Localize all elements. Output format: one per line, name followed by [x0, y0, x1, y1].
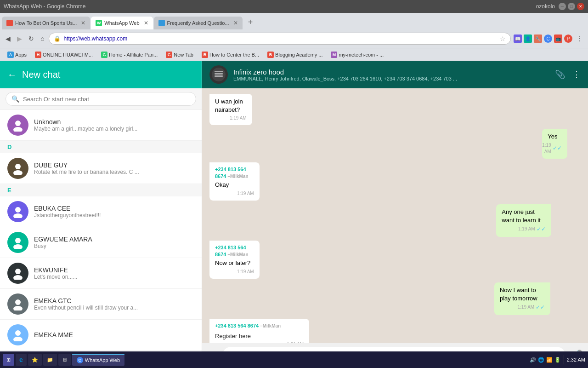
- avatar: [7, 115, 28, 136]
- chat-subtitle: EMMUNALE, Henry Johnfred, Olawale_Boss, …: [233, 76, 463, 81]
- bookmark-label: ONLINE HUAWEI M...: [43, 52, 93, 58]
- message-m1: U wan join nairabet? 1:19 AM: [209, 94, 275, 125]
- taskbar-time: 2:32 AM: [567, 357, 585, 362]
- svg-point-7: [13, 244, 23, 249]
- bookmark-mymetech[interactable]: M my-metech-com - ...: [327, 51, 387, 59]
- search-inner: 🔍: [6, 92, 196, 106]
- tab-title: How To Bet On Sports Us...: [15, 20, 77, 26]
- maximize-button[interactable]: □: [568, 3, 575, 10]
- svg-rect-15: [215, 73, 223, 75]
- msg-time: 1:19 AM ✓✓: [502, 225, 545, 233]
- tab-close-icon[interactable]: ✕: [81, 20, 85, 26]
- chat-area: Infinix zero hood EMMUNALE, Henry Johnfr…: [202, 61, 588, 368]
- contact-item[interactable]: Unknown Maybe am a girl...maybe am a lon…: [0, 110, 202, 141]
- msg-bubble: Any one just want to learn it 1:19 AM ✓✓: [496, 204, 551, 237]
- taskbar-monitor[interactable]: 🖥: [58, 354, 71, 366]
- contact-info: DUBE GUY Rotate let me fire to ur banana…: [34, 161, 194, 175]
- avatar: [7, 158, 28, 179]
- tab-close-icon[interactable]: ✕: [233, 20, 238, 26]
- title-bar-left: WhatsApp Web - Google Chrome: [4, 3, 86, 10]
- contact-dube[interactable]: DUBE GUY Rotate let me fire to ur banana…: [0, 153, 202, 184]
- profile-icon[interactable]: 👤: [524, 34, 532, 43]
- msg-line1: Register here: [215, 332, 304, 340]
- avatar: [7, 293, 28, 315]
- bookmark-newtab[interactable]: G New Tab: [162, 51, 197, 59]
- url-text: https://web.whatsapp.com: [63, 35, 127, 42]
- contact-emeka-gtc[interactable]: EMEKA GTC Even without pencil i will sti…: [0, 289, 202, 320]
- taskbar-star[interactable]: ⭐: [28, 354, 42, 366]
- forward-button[interactable]: ▶: [15, 34, 24, 43]
- bookmark-favicon: M: [331, 52, 337, 58]
- contact-info: EMEKA MME: [34, 331, 194, 339]
- msg-sender: +234 813 564 8674 –MilkMan: [215, 166, 254, 180]
- contact-ekwunife[interactable]: EKWUNIFE Let's move on......: [0, 258, 202, 289]
- url-bar[interactable]: 🔒 https://web.whatsapp.com ☆: [49, 33, 511, 45]
- new-tab-button[interactable]: +: [243, 17, 258, 28]
- cast-icon[interactable]: 📺: [554, 34, 562, 43]
- tab-title: Frequently Asked Questio...: [167, 20, 229, 26]
- taskbar-chrome[interactable]: C WhatsApp Web: [72, 354, 124, 366]
- menu-icon[interactable]: ⋮: [574, 34, 584, 43]
- bookmark-huawei[interactable]: H ONLINE HUAWEI M...: [31, 51, 96, 59]
- contact-name: EKWUNIFE: [34, 266, 194, 274]
- svg-point-5: [13, 213, 23, 218]
- chrome-icon[interactable]: C: [544, 34, 552, 43]
- search-bar: 🔍: [0, 88, 202, 110]
- user-label: ozokolo: [536, 3, 555, 10]
- address-bar: ◀ ▶ ↻ ⌂ 🔒 https://web.whatsapp.com ☆ 📖 👤…: [0, 29, 588, 48]
- bookmark-affiliate[interactable]: G Home - Affiliate Pan...: [97, 51, 161, 59]
- tab-whatsapp[interactable]: W WhatsApp Web ✕: [91, 17, 153, 29]
- contact-status: Even without pencil i will still draw yo…: [34, 305, 194, 311]
- main-content: ← New chat 🔍 Unknown: [0, 61, 588, 368]
- msg-bubble: U wan join nairabet? 1:19 AM: [209, 94, 252, 125]
- bookmark-label: Home - Affiliate Pan...: [109, 52, 158, 58]
- bookmark-label: New Tab: [174, 52, 193, 58]
- pinterest-icon[interactable]: P: [564, 34, 572, 43]
- minimize-button[interactable]: ─: [559, 3, 566, 10]
- msg-bubble: +234 813 564 8674 –MilkMan Okay 1:19 AM: [209, 162, 260, 201]
- bookmarks-bar: A Apps H ONLINE HUAWEI M... G Home - Aff…: [0, 48, 588, 61]
- contact-egwueme[interactable]: EGWUEME AMARA Busy: [0, 227, 202, 258]
- home-button[interactable]: ⌂: [39, 34, 46, 43]
- contact-emeka-mme[interactable]: EMEKA MME: [0, 320, 202, 351]
- bookmark-favicon: A: [7, 52, 14, 58]
- star-button[interactable]: ☆: [500, 35, 506, 42]
- search-input[interactable]: [23, 96, 190, 103]
- taskbar-system: 🔊🌐📶🔋 2:32 AM: [530, 355, 585, 364]
- chat-name: Infinix zero hood: [233, 68, 549, 76]
- msg-time: 1:19 AM: [215, 190, 254, 197]
- bookmark-icon[interactable]: 📖: [514, 34, 522, 43]
- avatar: [7, 232, 28, 253]
- bookmark-favicon: B: [267, 52, 274, 58]
- extension-icon[interactable]: 🔧: [534, 34, 542, 43]
- bookmark-apps[interactable]: A Apps: [4, 51, 30, 59]
- tab-how-to-bet[interactable]: How To Bet On Sports Us... ✕: [2, 17, 90, 29]
- close-button[interactable]: ✕: [577, 3, 584, 10]
- attach-icon[interactable]: 📎: [555, 69, 565, 80]
- taskbar-folder[interactable]: 📁: [43, 354, 57, 366]
- section-letter-d: D: [0, 141, 202, 153]
- msg-bubble: +234 813 564 8674 –MilkMan Now or later?…: [209, 241, 260, 279]
- chat-header: Infinix zero hood EMMUNALE, Henry Johnfr…: [202, 61, 588, 88]
- contact-info: EKWUNIFE Let's move on......: [34, 266, 194, 280]
- contact-status: Busy: [34, 243, 194, 249]
- message-m5: +234 813 564 8674 –MilkMan Now or later?…: [209, 241, 286, 279]
- tab-close-icon[interactable]: ✕: [144, 20, 148, 26]
- back-button[interactable]: ◀: [4, 34, 12, 43]
- contact-name: EBUKA CEE: [34, 205, 194, 212]
- bookmark-blogging[interactable]: B Blogging Academy ...: [264, 51, 326, 59]
- reload-button[interactable]: ↻: [27, 34, 36, 43]
- contact-ebuka[interactable]: EBUKA CEE Jstanotherguyonthestreet!!!: [0, 196, 202, 227]
- msg-text: Now I want to play tomorrow: [500, 286, 545, 303]
- msg-text: Okay: [215, 181, 254, 189]
- taskbar-ie[interactable]: e: [16, 354, 27, 366]
- sidebar-header: ← New chat: [0, 61, 202, 88]
- start-button[interactable]: ⊞: [3, 354, 14, 366]
- back-icon[interactable]: ←: [7, 69, 17, 80]
- title-bar: WhatsApp Web - Google Chrome ozokolo ─ □…: [0, 0, 588, 13]
- bookmark-center[interactable]: B How to Center the B...: [198, 51, 263, 59]
- more-options-icon[interactable]: ⋮: [572, 69, 581, 80]
- contact-name: DUBE GUY: [34, 161, 194, 169]
- svg-point-6: [15, 238, 21, 243]
- tab-faq[interactable]: Frequently Asked Questio... ✕: [154, 17, 243, 29]
